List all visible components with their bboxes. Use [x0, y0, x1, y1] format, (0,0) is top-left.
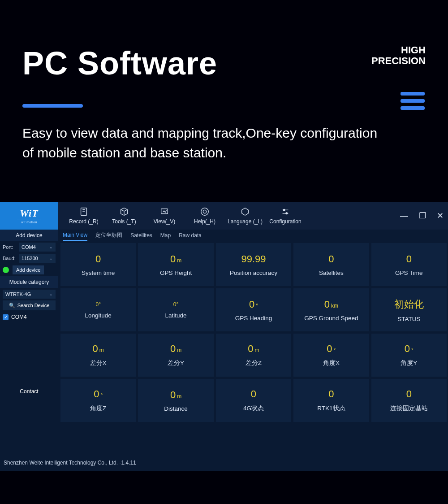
data-tile: 0RTK1状态	[293, 379, 369, 422]
svg-rect-0	[81, 208, 87, 216]
svg-point-9	[283, 209, 285, 211]
search-device-label: Search Device	[17, 303, 50, 308]
status-dot-icon	[3, 267, 9, 273]
data-tile: 04G状态	[216, 379, 291, 422]
tile-label: GPS Heading	[235, 315, 272, 322]
minimize-button[interactable]: —	[400, 211, 408, 221]
data-tile: 0m差分Y	[138, 334, 213, 377]
data-tile: 0°角度X	[293, 334, 369, 377]
tile-value: 99.99	[241, 253, 266, 265]
data-tile: 0°GPS Heading	[216, 288, 291, 331]
module-category-header: Module category	[0, 276, 58, 288]
logo: WiT wit motion	[0, 202, 58, 230]
baud-select[interactable]: 115200 ⌄	[19, 254, 56, 263]
footer-text: Shenzhen Weite Intelligent Technology Co…	[0, 457, 448, 469]
tile-unit: °	[100, 392, 103, 399]
data-tile: 0Satellites	[293, 243, 369, 286]
tile-label: GPS Ground Speed	[304, 315, 358, 322]
tile-value: 0	[406, 253, 412, 265]
search-icon: 🔍	[9, 303, 15, 308]
tile-value: 0m	[93, 343, 104, 355]
toolbar-configuration[interactable]: Configuration	[265, 207, 306, 225]
toolbar-record[interactable]: Record (_R)	[64, 207, 104, 225]
close-button[interactable]: ✕	[437, 211, 444, 221]
help-icon	[200, 207, 210, 217]
toolbar-view[interactable]: View(_V)	[144, 207, 185, 225]
accent-bar	[22, 104, 83, 108]
add-device-button[interactable]: Add device	[13, 265, 44, 274]
toolbar-help[interactable]: Help(_H)	[185, 207, 225, 225]
sidebar: WiT wit motion Add device Port: COM4 ⌄ B…	[0, 202, 58, 471]
tab-map[interactable]: Map	[160, 232, 171, 239]
tile-value: 0	[328, 253, 334, 265]
svg-marker-7	[242, 208, 249, 216]
data-tile: 0连接固定基站	[371, 379, 447, 422]
data-tile: 0m差分X	[60, 334, 136, 377]
toolbar: Record (_R) Tools (_T) View(_V) Help(_H)…	[58, 202, 448, 230]
tile-label: 差分X	[90, 359, 107, 367]
checkbox-icon[interactable]: ✓	[3, 314, 9, 320]
tile-label: STATUS	[397, 316, 420, 322]
logo-text: WiT	[17, 208, 41, 220]
baud-value: 115200	[22, 256, 38, 261]
svg-point-5	[201, 208, 209, 216]
data-tile: 0m差分Z	[216, 334, 291, 377]
search-device-button[interactable]: 🔍 Search Device	[3, 300, 56, 310]
maximize-button[interactable]: ❐	[419, 211, 426, 221]
tab-satellites[interactable]: Satellites	[130, 232, 152, 239]
tile-value: 0	[95, 253, 101, 265]
tile-label: System time	[82, 269, 115, 276]
logo-subtext: wit motion	[21, 221, 37, 224]
tab-raw-data[interactable]: Raw data	[179, 232, 202, 239]
record-icon	[79, 207, 89, 217]
data-tile: 0°Longitude	[60, 288, 136, 331]
tile-unit: °	[256, 303, 258, 309]
toolbar-label: Help(_H)	[194, 218, 215, 225]
data-tile: 0°角度Y	[371, 334, 447, 377]
tile-value: 0°	[94, 388, 103, 400]
tile-label: Distance	[164, 405, 188, 412]
tile-unit: °	[334, 347, 336, 353]
tile-label: 角度Z	[90, 404, 106, 413]
port-select[interactable]: COM4 ⌄	[19, 243, 56, 252]
toolbar-label: View(_V)	[154, 218, 175, 225]
tile-label: 差分Y	[168, 359, 184, 367]
tile-label: 4G状态	[243, 404, 264, 413]
configuration-icon	[280, 207, 290, 217]
toolbar-language[interactable]: Language (_L)	[225, 207, 265, 225]
tile-label: GPS Time	[395, 269, 423, 276]
toolbar-label: Language (_L)	[228, 218, 263, 225]
tab-bar: Main View 定位坐标图 Satellites Map Raw data	[58, 230, 448, 241]
tile-value: 0	[328, 388, 334, 400]
tile-unit: m	[177, 257, 181, 264]
tile-value: 0m	[248, 343, 259, 355]
svg-point-11	[286, 213, 288, 214]
tile-value: 0°	[249, 299, 258, 310]
tile-value: 0°	[173, 301, 178, 308]
tab-main-view[interactable]: Main View	[63, 232, 87, 241]
tile-value: 初始化	[394, 298, 424, 311]
data-tile: 初始化STATUS	[371, 288, 447, 331]
tile-value: 0°	[327, 343, 336, 355]
data-tile: 99.99Position accuracy	[216, 243, 291, 286]
app-window: WiT wit motion Add device Port: COM4 ⌄ B…	[0, 202, 448, 471]
chevron-down-icon: ⌄	[49, 245, 53, 249]
tile-value: 0m	[170, 343, 181, 355]
port-label: Port:	[3, 244, 17, 250]
toolbar-tools[interactable]: Tools (_T)	[104, 207, 144, 225]
data-tile: 0kmGPS Ground Speed	[293, 288, 369, 331]
tile-label: 角度Y	[401, 359, 417, 367]
promo-title: PC Software	[22, 45, 426, 82]
tile-label: RTK1状态	[317, 404, 345, 413]
device-list-item[interactable]: ✓ COM4	[0, 311, 58, 323]
toolbar-label: Tools (_T)	[112, 218, 136, 225]
chevron-down-icon: ⌄	[49, 256, 53, 261]
svg-point-6	[203, 210, 206, 213]
module-select[interactable]: WTRTK-4G ⌄	[3, 290, 56, 299]
tile-unit: km	[331, 303, 338, 309]
tile-value: 0m	[170, 389, 181, 401]
add-device-row: Add device	[0, 264, 58, 276]
contact-link[interactable]: Contact	[0, 388, 58, 395]
tile-label: Longitude	[85, 312, 112, 319]
tab-location-chart[interactable]: 定位坐标图	[95, 231, 122, 239]
